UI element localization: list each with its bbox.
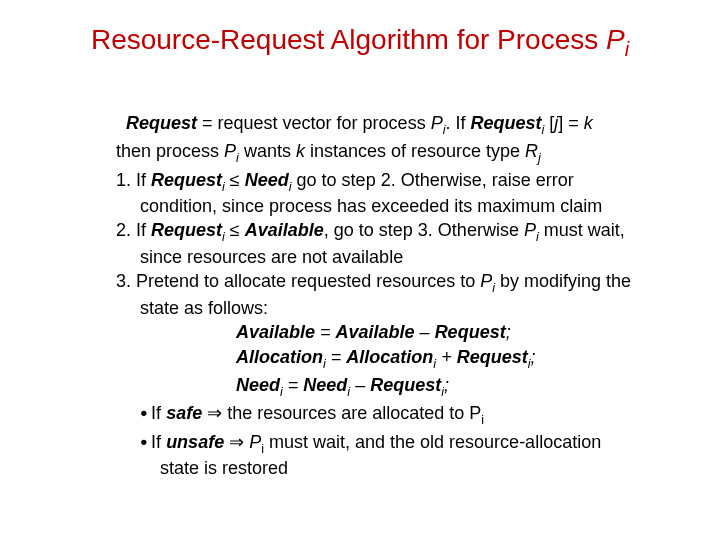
t: + (436, 347, 457, 367)
t: . If (445, 113, 470, 133)
t: ≤ (225, 220, 245, 240)
t: Available (245, 220, 324, 240)
t: Request (370, 375, 441, 395)
eq-available: Available = Available – Request; (116, 321, 636, 344)
t: ⇒ the resources are allocated to P (202, 403, 481, 423)
t: – (350, 375, 370, 395)
t: ; (506, 322, 511, 342)
t: ⇒ (224, 432, 249, 452)
t: Allocation (236, 347, 323, 367)
title-sub: i (625, 38, 629, 60)
t: Allocation (346, 347, 433, 367)
t: If (136, 220, 151, 240)
t: ] = (558, 113, 584, 133)
t: k (584, 113, 593, 133)
t: If (136, 170, 151, 190)
t: = (326, 347, 347, 367)
t: ; (531, 347, 536, 367)
t: Available (336, 322, 415, 342)
t: P (524, 220, 536, 240)
t: = request vector for process (197, 113, 431, 133)
slide-title: Resource-Request Algorithm for Process P… (0, 24, 720, 61)
t: , go to step 3. Otherwise (324, 220, 524, 240)
bullet-safe: If safe ⇒ the resources are allocated to… (116, 402, 636, 428)
t: 1. (116, 170, 136, 190)
t: P (249, 432, 261, 452)
title-text: Resource-Request Algorithm for Process (91, 24, 606, 55)
t: = (315, 322, 336, 342)
eq-need: Needi = Needi – Requesti; (116, 374, 636, 400)
t: Need (245, 170, 289, 190)
t: P (224, 141, 236, 161)
t: Request (470, 113, 541, 133)
t: Request (151, 170, 222, 190)
t: Request (435, 322, 506, 342)
step-1: 1. If Requesti ≤ Needi go to step 2. Oth… (116, 169, 636, 218)
t: instances of resource type (305, 141, 525, 161)
t: ≤ (225, 170, 245, 190)
t: – (415, 322, 435, 342)
t: If (151, 403, 166, 423)
t: R (525, 141, 538, 161)
t: wants (239, 141, 296, 161)
t: k (296, 141, 305, 161)
intro-line1: Request = request vector for process Pi.… (116, 112, 636, 138)
t: P (480, 271, 492, 291)
t: then process (116, 141, 224, 161)
bullet-unsafe: If unsafe ⇒ Pi must wait, and the old re… (116, 431, 636, 480)
slide: Resource-Request Algorithm for Process P… (0, 0, 720, 540)
t: Request (126, 113, 197, 133)
t: Pretend to allocate requested resources … (136, 271, 480, 291)
t: Need (236, 375, 280, 395)
t: j (538, 151, 541, 165)
t: Request (151, 220, 222, 240)
title-var: P (606, 24, 625, 55)
t: unsafe (166, 432, 224, 452)
t: If (151, 432, 166, 452)
eq-allocation: Allocationi = Allocationi + Requesti; (116, 346, 636, 372)
t: P (431, 113, 443, 133)
t: safe (166, 403, 202, 423)
t: Need (303, 375, 347, 395)
intro-line2: then process Pi wants k instances of res… (116, 140, 636, 166)
t: [ (544, 113, 554, 133)
t: 3. (116, 271, 136, 291)
t: Available (236, 322, 315, 342)
t: ; (444, 375, 449, 395)
t: i (481, 413, 484, 427)
step-3: 3. Pretend to allocate requested resourc… (116, 270, 636, 319)
t: 2. (116, 220, 136, 240)
t: Request (457, 347, 528, 367)
slide-body: Request = request vector for process Pi.… (116, 112, 636, 481)
t: = (283, 375, 304, 395)
step-2: 2. If Requesti ≤ Available, go to step 3… (116, 219, 636, 268)
